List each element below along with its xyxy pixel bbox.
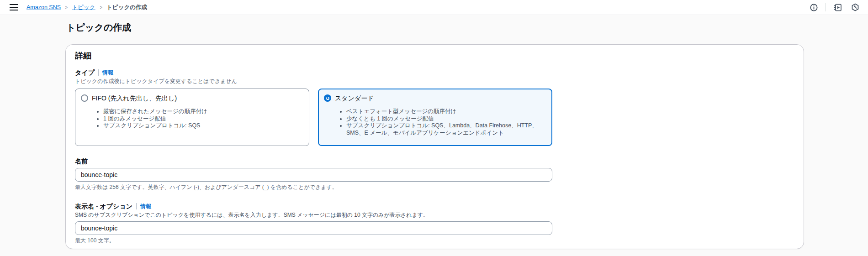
tile-fifo-label: FIFO (先入れ先出し、先出し) — [92, 94, 177, 103]
resources-panel-icon[interactable] — [832, 2, 843, 13]
tile-fifo[interactable]: FIFO (先入れ先出し、先出し) 厳密に保存されたメッセージの順序付け 1 回… — [75, 89, 309, 146]
name-input[interactable] — [75, 168, 552, 182]
content-area: トピックの作成 詳細 タイプ 情報 トピックの作成後にトピックタイプを変更するこ… — [0, 15, 868, 249]
display-name-info-link[interactable]: 情報 — [140, 203, 151, 210]
cloudshell-icon[interactable] — [850, 2, 861, 13]
breadcrumb: Amazon SNS > トピック > トピックの作成 — [26, 4, 147, 11]
breadcrumb-separator: > — [100, 5, 102, 10]
bullet: 1 回のみメッセージ配信 — [103, 115, 303, 123]
tile-standard-bullets: ベストエフォート型メッセージの順序付け 少なくとも 1 回のメッセージ配信 サブ… — [324, 108, 546, 136]
type-label: タイプ — [75, 68, 95, 77]
name-label: 名前 — [75, 157, 88, 165]
tile-standard[interactable]: スタンダード ベストエフォート型メッセージの順序付け 少なくとも 1 回のメッセ… — [318, 89, 552, 146]
details-card: 詳細 タイプ 情報 トピックの作成後にトピックタイプを変更することはできません … — [65, 44, 804, 249]
label-divider — [136, 203, 137, 209]
display-name-description: SMS のサブスクリプションでこのトピックを使用するには、表示名を入力します。S… — [75, 211, 794, 219]
breadcrumb-current: トピックの作成 — [106, 4, 147, 11]
bullet: ベストエフォート型メッセージの順序付け — [346, 108, 546, 115]
name-constraint: 最大文字数は 256 文字です。英数字、ハイフン (-)、およびアンダースコア … — [75, 183, 794, 191]
menu-icon[interactable] — [7, 1, 20, 14]
display-name-input[interactable] — [75, 221, 552, 235]
type-constraint: トピックの作成後にトピックタイプを変更することはできません — [75, 78, 794, 85]
breadcrumb-separator: > — [65, 5, 68, 10]
breadcrumb-link-sns[interactable]: Amazon SNS — [26, 4, 61, 10]
type-field: タイプ 情報 トピックの作成後にトピックタイプを変更することはできません FIF… — [75, 68, 794, 146]
type-info-link[interactable]: 情報 — [102, 69, 113, 77]
hamburger-icon — [10, 4, 18, 10]
bullet: 厳密に保存されたメッセージの順序付け — [103, 108, 303, 115]
type-tiles: FIFO (先入れ先出し、先出し) 厳密に保存されたメッセージの順序付け 1 回… — [75, 89, 552, 146]
display-name-label: 表示名 - オプション — [75, 202, 132, 210]
details-heading: 詳細 — [75, 50, 794, 61]
label-divider — [98, 69, 99, 76]
radio-standard[interactable] — [324, 94, 331, 102]
bullet: サブスクリプションプロトコル: SQS、Lambda、Data Firehose… — [346, 122, 546, 136]
tile-standard-label: スタンダード — [335, 94, 374, 103]
page-title: トピックの作成 — [66, 21, 868, 34]
name-field: 名前 最大文字数は 256 文字です。英数字、ハイフン (-)、およびアンダース… — [75, 157, 794, 191]
bullet: サブスクリプションプロトコル: SQS — [103, 122, 303, 130]
top-navigation-bar: Amazon SNS > トピック > トピックの作成 — [0, 0, 868, 15]
topbar-divider — [826, 3, 826, 11]
bullet: 少なくとも 1 回のメッセージ配信 — [346, 115, 546, 123]
display-name-field: 表示名 - オプション 情報 SMS のサブスクリプションでこのトピックを使用す… — [75, 202, 794, 244]
topbar-actions — [808, 2, 861, 13]
tile-fifo-bullets: 厳密に保存されたメッセージの順序付け 1 回のみメッセージ配信 サブスクリプショ… — [81, 108, 303, 130]
info-icon[interactable] — [808, 2, 819, 13]
breadcrumb-link-topics[interactable]: トピック — [72, 4, 95, 11]
display-name-constraint: 最大 100 文字。 — [75, 237, 794, 244]
radio-fifo[interactable] — [81, 94, 88, 102]
